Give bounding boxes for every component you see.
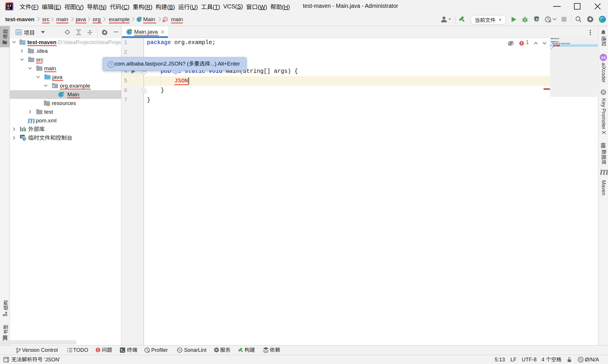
- svg-text:m: m: [600, 170, 608, 175]
- svg-text:m: m: [28, 118, 35, 124]
- svg-text:?: ?: [110, 62, 112, 67]
- svg-text:AX: AX: [601, 56, 606, 60]
